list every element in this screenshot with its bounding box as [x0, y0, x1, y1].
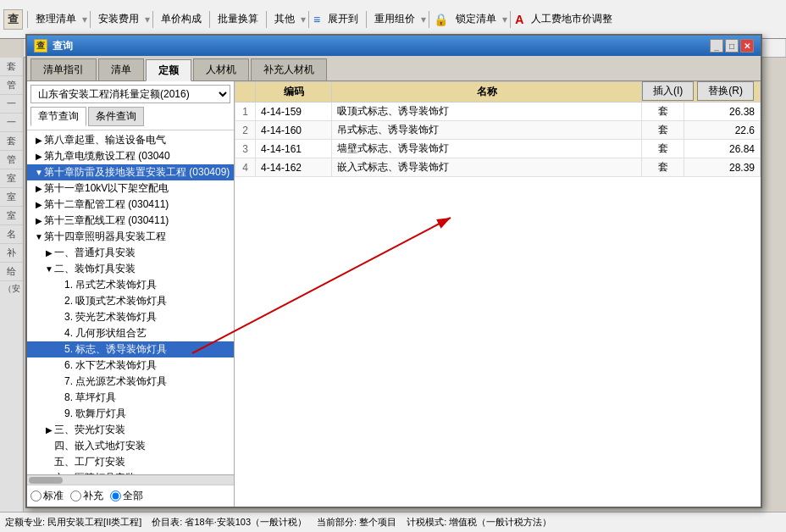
tree-arrow-ch14-2-4 [54, 329, 64, 339]
insert-button[interactable]: 插入(I) [642, 81, 694, 101]
current-part-status: 当前部分: 整个项目 [317, 516, 396, 529]
row-1-name: 吸顶式标志、诱导装饰灯 [332, 103, 642, 121]
tree-content[interactable]: ▶ 第八章起重、输送设备电气 ▶ 第九章电缆敷设工程 (03040 ▼ 第十章防… [27, 130, 234, 474]
tree-node-ch14-2[interactable]: ▼ 二、装饰灯具安装 [27, 261, 234, 277]
radio-all-input[interactable] [110, 490, 121, 502]
tree-node-ch14-1[interactable]: ▶ 一、普通灯具安装 [27, 245, 234, 261]
toolbar-reuse[interactable]: 重用组价 [369, 10, 420, 28]
tree-node-ch10[interactable]: ▼ 第十章防雷及接地装置安装工程 (030409) [27, 164, 234, 180]
tree-node-ch14-4[interactable]: 四、嵌入式地灯安装 [27, 438, 234, 454]
tree-arrow-ch9: ▶ [34, 152, 44, 162]
dialog-close[interactable]: ✕ [740, 39, 754, 53]
tab-resources[interactable]: 人材机 [193, 58, 249, 80]
dialog-minimize[interactable]: _ [710, 39, 723, 53]
radio-supplement-label: 补充 [83, 489, 103, 503]
tree-label-ch14-2-9: 9. 歌舞厅灯具 [64, 407, 126, 421]
row-4-unit: 套 [642, 158, 684, 177]
tree-arrow-ch8: ▶ [34, 136, 44, 146]
row-2-code: 4-14-160 [256, 121, 332, 140]
row-1-code: 4-14-159 [256, 103, 332, 121]
tree-label-ch9: 第九章电缆敷设工程 (03040 [44, 149, 170, 163]
radio-standard-label: 标准 [43, 489, 64, 503]
row-1-unit: 套 [642, 103, 684, 121]
left-panel-item-8: 室 [0, 188, 23, 207]
toolbar-lock[interactable]: 锁定清单 [451, 10, 501, 28]
tree-node-ch14-2-4[interactable]: 4. 几何形状组合艺 [27, 325, 234, 341]
tree-label-ch8: 第八章起重、输送设备电气 [44, 133, 166, 147]
tree-label-ch11: 第十一章10kV以下架空配电 [44, 181, 169, 196]
tree-node-ch14-5[interactable]: 五、工厂灯安装 [27, 454, 234, 470]
tree-node-ch14-2-9[interactable]: 9. 歌舞厅灯具 [27, 406, 234, 422]
tab-list[interactable]: 清单 [98, 58, 144, 80]
replace-button[interactable]: 替换(R) [697, 81, 754, 101]
radio-supplement-input[interactable] [70, 490, 81, 502]
price-table-status: 价目表: 省18年·安装103（一般计税） [152, 516, 307, 529]
tree-label-ch14-2-4: 4. 几何形状组合艺 [64, 326, 147, 341]
tab-supplement[interactable]: 补充人材机 [251, 58, 327, 80]
dialog-icon: 查 [34, 39, 47, 53]
tree-node-ch14-2-3[interactable]: 3. 荧光艺术装饰灯具 [27, 309, 234, 325]
tree-node-ch13[interactable]: ▶ 第十三章配线工程 (030411) [27, 213, 234, 229]
tree-node-ch14-3[interactable]: ▶ 三、荧光灯安装 [27, 422, 234, 438]
tree-node-ch14-2-5[interactable]: 5. 标志、诱导装饰灯具 [27, 341, 234, 357]
tree-node-ch14[interactable]: ▼ 第十四章照明器具安装工程 [27, 229, 234, 245]
tree-node-ch14-2-8[interactable]: 8. 草坪灯具 [27, 390, 234, 406]
toolbar-unit-price[interactable]: 单价构成 [156, 10, 207, 28]
th-name: 名称 [332, 82, 642, 103]
tree-node-ch14-2-6[interactable]: 6. 水下艺术装饰灯具 [27, 357, 234, 374]
tree-node-ch11[interactable]: ▶ 第十一章10kV以下架空配电 [27, 180, 234, 197]
tree-label-ch14-2-5: 5. 标志、诱导装饰灯具 [64, 342, 167, 357]
left-panel-item-11: 补 [0, 244, 23, 263]
tree-arrow-ch14-2-5 [54, 345, 64, 355]
tree-label-ch14-1: 一、普通灯具安装 [54, 246, 136, 260]
toolbar-install-cost[interactable]: 安装费用 [93, 10, 144, 28]
tree-arrow-ch14-5 [44, 457, 54, 468]
radio-all[interactable]: 全部 [110, 489, 143, 503]
tree-node-ch14-2-2[interactable]: 2. 吸顶式艺术装饰灯具 [27, 293, 234, 309]
tree-arrow-ch14-4 [44, 441, 54, 452]
tab-guide[interactable]: 清单指引 [30, 58, 97, 80]
left-panel-item-2: 管 [0, 76, 23, 95]
table-row[interactable]: 2 4-14-160 吊式标志、诱导装饰灯 套 22.6 [235, 121, 761, 140]
tree-node-ch9[interactable]: ▶ 第九章电缆敷设工程 (03040 [27, 148, 234, 164]
tree-label-ch14-2-3: 3. 荧光艺术装饰灯具 [64, 310, 157, 324]
tree-node-ch14-2-1[interactable]: 1. 吊式艺术装饰灯具 [27, 277, 234, 293]
table-row[interactable]: 4 4-14-162 嵌入式标志、诱导装饰灯 套 28.39 [235, 158, 761, 177]
row-4-name: 嵌入式标志、诱导装饰灯 [332, 158, 642, 177]
chapter-search-tab[interactable]: 章节查询 [30, 107, 86, 126]
radio-standard-input[interactable] [30, 490, 42, 502]
condition-search-tab[interactable]: 条件查询 [88, 107, 144, 126]
toolbar-batch-convert[interactable]: 批量换算 [213, 10, 263, 28]
table-row[interactable]: 1 4-14-159 吸顶式标志、诱导装饰灯 套 26.38 [235, 103, 761, 121]
tab-quota[interactable]: 定额 [146, 59, 191, 81]
tree-label-ch14-2-1: 1. 吊式艺术装饰灯具 [64, 278, 157, 292]
radio-supplement[interactable]: 补充 [70, 489, 103, 503]
toolbar-other[interactable]: 其他 [269, 10, 300, 28]
row-3-unit: 套 [642, 140, 684, 158]
tree-label-ch14-5: 五、工厂灯安装 [54, 455, 125, 469]
radio-standard[interactable]: 标准 [30, 489, 64, 503]
toolbar-expand[interactable]: 展开到 [323, 10, 363, 28]
tree-node-ch8[interactable]: ▶ 第八章起重、输送设备电气 [27, 132, 234, 148]
status-bar: 定额专业: 民用安装工程[II类工程] 价目表: 省18年·安装103（一般计税… [0, 512, 786, 532]
row-4-code: 4-14-162 [256, 158, 332, 177]
toolbar-labor-adjust[interactable]: 人工费地市价调整 [526, 10, 617, 28]
tree-label-ch14-4: 四、嵌入式地灯安装 [54, 439, 146, 453]
tree-node-ch14-2-7[interactable]: 7. 点光源艺术装饰灯具 [27, 374, 234, 390]
tree-label-ch14: 第十四章照明器具安装工程 [44, 230, 166, 244]
dialog-maximize[interactable]: □ [725, 39, 739, 53]
tree-arrow-ch14-2-9 [54, 409, 64, 419]
left-panel-item-7: 室 [0, 169, 23, 188]
left-panel-item-1: 套 [0, 58, 23, 76]
left-panel-item-3: 一 [0, 95, 23, 114]
quota-dropdown[interactable]: 山东省安装工程消耗量定额(2016) [30, 85, 230, 103]
table-row[interactable]: 3 4-14-161 墙壁式标志、诱导装饰灯 套 26.84 [235, 140, 761, 158]
tree-node-ch12[interactable]: ▶ 第十二章配管工程 (030411) [27, 197, 234, 213]
tree-arrow-ch14-2: ▼ [44, 264, 54, 274]
row-2-unit: 套 [642, 121, 684, 140]
toolbar-organize[interactable]: 整理清单 [30, 10, 81, 28]
action-buttons: 插入(I) 替换(R) [642, 81, 754, 101]
tree-arrow-ch14-2-1 [54, 280, 64, 291]
row-1-price: 26.38 [684, 103, 761, 121]
tree-arrow-ch14-2-8 [54, 393, 64, 403]
